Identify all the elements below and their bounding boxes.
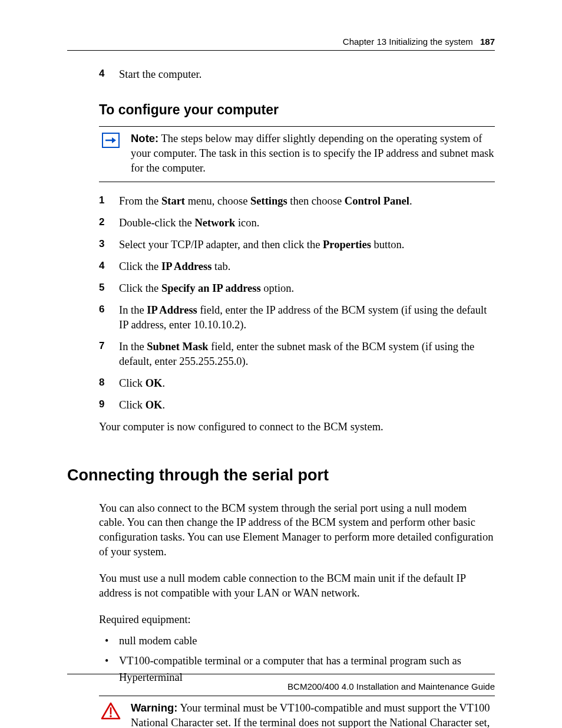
step-item: 9Click OK. (99, 398, 495, 413)
serial-p2: You must use a null modem cable connecti… (99, 571, 495, 601)
step-number: 3 (99, 238, 104, 251)
warning-icon (101, 702, 121, 720)
step-item: 1From the Start menu, choose Settings th… (99, 194, 495, 209)
heading-serial: Connecting through the serial port (67, 466, 495, 485)
step-item: 3Select your TCP/IP adapter, and then cl… (99, 238, 495, 252)
step-number: 6 (99, 303, 104, 317)
step-text: Click OK. (119, 377, 165, 389)
step-text: Double-click the Network icon. (119, 217, 259, 229)
content-area: 4 Start the computer. To configure your … (67, 67, 495, 728)
list-item: null modem cable (99, 633, 495, 650)
step-item: 4Click the IP Address tab. (99, 259, 495, 274)
step-item: 6In the IP Address field, enter the IP a… (99, 303, 495, 332)
step-text: Select your TCP/IP adapter, and then cli… (119, 239, 404, 251)
warning-icon-cell (99, 701, 123, 720)
svg-marker-1 (112, 137, 116, 143)
step-item: 2Double-click the Network icon. (99, 216, 495, 230)
running-header: Chapter 13 Initializing the system 187 (67, 37, 495, 47)
footer: BCM200/400 4.0 Installation and Maintena… (67, 674, 495, 691)
step-number: 8 (99, 376, 104, 390)
pre-step-list: 4 Start the computer. (99, 67, 495, 82)
heading-configure: To configure your computer (99, 102, 495, 118)
step-text: From the Start menu, choose Settings the… (119, 195, 412, 207)
header-rule (67, 50, 495, 51)
serial-p1: You can also connect to the BCM system t… (99, 501, 495, 560)
step-number: 7 (99, 340, 104, 353)
arrow-icon (102, 133, 120, 148)
footer-rule (67, 674, 495, 674)
step-text: Click OK. (119, 399, 165, 411)
step-number: 1 (99, 194, 104, 207)
warning-lead: Warning: (131, 701, 177, 714)
note-icon-cell (99, 131, 123, 148)
step-text: Click the Specify an IP address option. (119, 282, 294, 294)
step-number: 4 (99, 67, 104, 81)
step-item: 4 Start the computer. (99, 67, 495, 82)
note-text: Note: The steps below may differ slightl… (131, 131, 495, 176)
configure-closing: Your computer is now configured to conne… (99, 420, 495, 434)
page: Chapter 13 Initializing the system 187 4… (0, 0, 562, 728)
step-item: 8Click OK. (99, 376, 495, 391)
step-item: 7In the Subnet Mask field, enter the sub… (99, 340, 495, 369)
note-body: The steps below may differ slightly depe… (131, 133, 494, 174)
note-callout: Note: The steps below may differ slightl… (99, 126, 495, 182)
step-text: Click the IP Address tab. (119, 261, 230, 272)
step-item: 5Click the Specify an IP address option. (99, 281, 495, 296)
warning-text: Warning: Your terminal must be VT100-com… (131, 701, 495, 728)
step-number: 4 (99, 259, 104, 273)
step-number: 9 (99, 398, 104, 411)
chapter-label: Chapter 13 Initializing the system (343, 37, 473, 47)
note-lead: Note: (131, 132, 158, 144)
step-number: 5 (99, 281, 104, 295)
step-text: Start the computer. (119, 68, 201, 80)
step-number: 2 (99, 216, 104, 229)
svg-point-4 (110, 715, 112, 717)
warning-body: Your terminal must be VT100-compatible a… (131, 702, 490, 728)
page-number: 187 (480, 37, 495, 47)
step-text: In the IP Address field, enter the IP ad… (119, 304, 487, 331)
warning-callout: Warning: Your terminal must be VT100-com… (99, 696, 495, 728)
footer-text: BCM200/400 4.0 Installation and Maintena… (67, 681, 495, 691)
configure-steps: 1From the Start menu, choose Settings th… (99, 194, 495, 413)
required-equipment-label: Required equipment: (99, 612, 495, 627)
step-text: In the Subnet Mask field, enter the subn… (119, 341, 474, 367)
